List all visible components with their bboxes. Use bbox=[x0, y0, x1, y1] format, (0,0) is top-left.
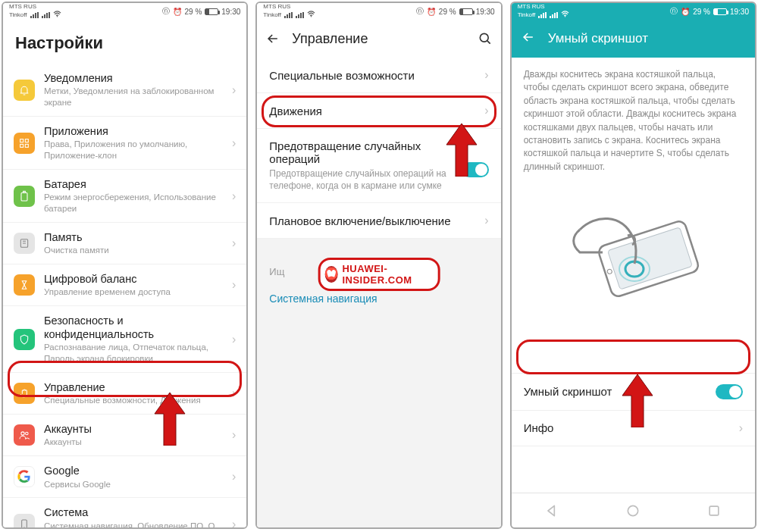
svg-rect-23 bbox=[710, 506, 719, 515]
signal-icon bbox=[538, 12, 547, 18]
battery-pct: 29 % bbox=[693, 8, 710, 16]
row-battery[interactable]: БатареяРежим энергосбережения, Использов… bbox=[3, 170, 246, 223]
svg-rect-6 bbox=[23, 191, 26, 192]
chevron-right-icon: › bbox=[232, 470, 236, 483]
phone-settings: MTS RUS Tinkoff ⓝ ⏰ 29 % 19:30 Настройки… bbox=[2, 2, 248, 529]
carrier-2: Tinkoff bbox=[263, 12, 281, 18]
wifi-icon bbox=[53, 11, 61, 19]
svg-point-13 bbox=[311, 16, 312, 17]
row-storage[interactable]: ПамятьОчистка памяти › bbox=[3, 223, 246, 264]
system-icon bbox=[14, 514, 35, 527]
row-prevent-accidental[interactable]: Предотвращение случайных операций Предот… bbox=[257, 129, 500, 203]
row-security[interactable]: Безопасность и конфиденциальностьРаспозн… bbox=[3, 306, 246, 373]
signal-icon-2 bbox=[550, 12, 558, 18]
chevron-right-icon: › bbox=[739, 421, 743, 435]
row-smart-screenshot-toggle[interactable]: Умный скриншот bbox=[512, 373, 755, 411]
clock-time: 19:30 bbox=[476, 8, 495, 16]
svg-point-8 bbox=[21, 432, 24, 435]
row-info[interactable]: Инфо › bbox=[512, 411, 755, 446]
chevron-right-icon: › bbox=[232, 386, 236, 400]
chevron-right-icon: › bbox=[232, 278, 236, 292]
row-accessibility[interactable]: Специальные возможности › bbox=[257, 58, 500, 93]
row-digital-balance[interactable]: Цифровой балансУправление временем досту… bbox=[3, 264, 246, 306]
google-icon bbox=[14, 466, 35, 487]
storage-icon bbox=[14, 233, 35, 254]
chevron-right-icon: › bbox=[232, 83, 236, 97]
nfc-icon: ⓝ bbox=[416, 6, 424, 17]
row-apps[interactable]: ПриложенияПрава, Приложения по умолчанию… bbox=[3, 117, 246, 170]
carrier-1: MTS RUS bbox=[518, 4, 570, 10]
svg-rect-4 bbox=[25, 144, 28, 147]
nav-back-button[interactable] bbox=[544, 503, 559, 518]
hourglass-icon bbox=[14, 274, 35, 296]
svg-point-9 bbox=[26, 433, 28, 435]
nav-home-button[interactable] bbox=[625, 503, 641, 518]
svg-rect-5 bbox=[21, 192, 27, 201]
chevron-right-icon: › bbox=[232, 333, 236, 346]
carrier-1: MTS RUS bbox=[9, 4, 61, 10]
battery-setting-icon bbox=[14, 186, 35, 207]
svg-point-16 bbox=[565, 16, 565, 17]
toggle-smart-screenshot[interactable] bbox=[716, 384, 743, 399]
row-motions[interactable]: Движения › bbox=[257, 93, 500, 129]
chevron-right-icon: › bbox=[232, 189, 236, 203]
alarm-icon: ⏰ bbox=[681, 8, 690, 16]
row-system[interactable]: СистемаСистемная навигация, Обновление П… bbox=[3, 498, 246, 527]
description-text: Дважды коснитесь экрана костяшкой пальца… bbox=[512, 58, 755, 184]
phone-smart-screenshot: MTS RUS Tinkoff ⓝ ⏰ 29 % 19:30 Умный скр… bbox=[510, 2, 756, 529]
huawei-logo-icon bbox=[325, 266, 338, 283]
row-google[interactable]: GoogleСервисы Google › bbox=[3, 456, 246, 498]
row-accounts[interactable]: АккаунтыАккаунты › bbox=[3, 415, 246, 456]
page-title: Управление bbox=[292, 31, 465, 47]
nav-recent-button[interactable] bbox=[706, 503, 722, 518]
svg-rect-1 bbox=[20, 139, 23, 142]
chevron-right-icon: › bbox=[484, 104, 488, 117]
row-scheduled-power[interactable]: Плановое включение/выключение › bbox=[257, 203, 500, 239]
alarm-icon: ⏰ bbox=[173, 8, 182, 16]
users-icon bbox=[14, 424, 35, 446]
svg-point-14 bbox=[480, 33, 488, 42]
watermark: HUAWEI-INSIDER.COM bbox=[318, 258, 440, 291]
svg-rect-2 bbox=[25, 139, 28, 142]
page-title: Настройки bbox=[3, 20, 246, 64]
clock-time: 19:30 bbox=[730, 8, 749, 16]
chevron-right-icon: › bbox=[232, 236, 236, 250]
carrier-2: Tinkoff bbox=[9, 12, 27, 18]
wifi-icon bbox=[561, 11, 569, 19]
header: Умный скриншот bbox=[512, 20, 755, 58]
status-bar: MTS RUS Tinkoff ⓝ ⏰ 29 % 19:30 bbox=[512, 3, 755, 20]
row-control[interactable]: УправлениеСпециальные возможности, Движе… bbox=[3, 373, 246, 415]
battery-icon bbox=[713, 8, 727, 15]
chevron-right-icon: › bbox=[484, 68, 488, 82]
chevron-right-icon: › bbox=[232, 518, 236, 527]
battery-icon bbox=[459, 8, 473, 15]
nfc-icon: ⓝ bbox=[162, 6, 170, 17]
svg-rect-3 bbox=[20, 144, 23, 147]
battery-pct: 29 % bbox=[439, 8, 456, 16]
hand-icon bbox=[14, 383, 35, 404]
signal-icon-2 bbox=[42, 12, 50, 18]
carrier-2: Tinkoff bbox=[518, 12, 536, 18]
search-button[interactable] bbox=[477, 30, 493, 47]
settings-list: УведомленияМетки, Уведомления на заблоки… bbox=[3, 64, 246, 527]
row-notifications[interactable]: УведомленияМетки, Уведомления на заблоки… bbox=[3, 64, 246, 117]
chevron-right-icon: › bbox=[232, 136, 236, 150]
phone-control: MTS RUS Tinkoff ⓝ ⏰ 29 % 19:30 Управлени… bbox=[255, 2, 502, 529]
chevron-right-icon: › bbox=[484, 214, 488, 227]
svg-rect-10 bbox=[22, 520, 27, 527]
navigation-bar bbox=[512, 493, 755, 527]
page-title: Умный скриншот bbox=[548, 31, 648, 46]
shield-icon bbox=[14, 329, 35, 350]
svg-point-0 bbox=[56, 16, 57, 17]
alarm-icon: ⏰ bbox=[427, 8, 436, 16]
grid-icon bbox=[14, 133, 35, 154]
toggle-prevent[interactable] bbox=[462, 162, 489, 177]
back-button[interactable] bbox=[265, 30, 281, 47]
signal-icon bbox=[30, 12, 39, 18]
back-button[interactable] bbox=[521, 30, 536, 48]
signal-icon bbox=[284, 12, 293, 18]
control-list: Специальные возможности › Движения › Пре… bbox=[257, 58, 500, 527]
signal-icon-2 bbox=[296, 12, 304, 18]
carrier-1: MTS RUS bbox=[263, 4, 315, 10]
header: Управление bbox=[257, 20, 500, 58]
